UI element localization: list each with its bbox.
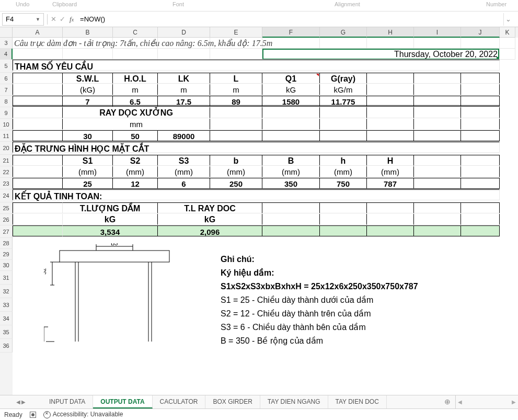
row-header-6[interactable]: 6 (0, 73, 13, 84)
row-header-25[interactable]: 25 (0, 202, 13, 214)
col-header-F[interactable]: F (262, 27, 320, 38)
select-all-corner[interactable] (0, 27, 13, 38)
fx-icon[interactable]: fx (70, 15, 74, 24)
cancel-formula-icon[interactable]: ✕ (51, 15, 56, 23)
row-header-29[interactable]: 29 (0, 249, 13, 260)
col-header-E[interactable]: E (210, 27, 262, 38)
col-header-G[interactable]: G (320, 27, 367, 38)
row-header-35[interactable]: 35 (0, 325, 13, 339)
formula-input[interactable] (78, 13, 503, 26)
row-header-31[interactable]: 31 (0, 271, 13, 285)
ribbon-group-labels: Undo Clipboard Font Alignment Number (0, 0, 518, 12)
row-header-9[interactable]: 9 (0, 107, 13, 119)
row-header-30[interactable]: 30 (0, 260, 13, 271)
name-box-value: F4 (6, 15, 14, 23)
sheet-tab[interactable]: BOX GIRDER (205, 395, 260, 408)
row-header-3[interactable]: 3 (0, 38, 13, 49)
result-ray-weight: 2,096 (158, 225, 262, 236)
row-header-11[interactable]: 11 (0, 130, 13, 142)
expand-formula-icon[interactable]: ⌄ (503, 13, 513, 26)
chevron-down-icon: ▼ (36, 17, 40, 22)
row-header-21[interactable]: 21 (0, 155, 13, 166)
row-header-4[interactable]: 4 (0, 49, 13, 60)
col-header-I[interactable]: I (414, 27, 461, 38)
row-header-7[interactable]: 7 (0, 84, 13, 96)
col-header-C[interactable]: C (113, 27, 158, 38)
cross-section-diagram: B3 S2 H (44, 243, 180, 343)
accept-formula-icon[interactable]: ✓ (60, 15, 65, 23)
result-beam-weight: 3,534 (63, 225, 158, 236)
row-header-10[interactable]: 10 (0, 119, 13, 130)
row-header-22[interactable]: 22 (0, 166, 13, 178)
sheet-tab-strip: ◀ ▶ INPUT DATAOUTPUT DATACACULATORBOX GI… (0, 395, 518, 408)
add-sheet-button[interactable]: ⊕ (440, 395, 455, 408)
col-header-H[interactable]: H (367, 27, 414, 38)
svg-rect-0 (60, 251, 169, 262)
row-header-34[interactable]: 34 (0, 312, 13, 325)
sheet-tab[interactable]: TAY DIEN NGANG (260, 395, 328, 408)
sheet-tab[interactable]: OUTPUT DATA (93, 395, 152, 408)
sheet-tab[interactable]: INPUT DATA (42, 395, 93, 408)
row-header-23[interactable]: 23 (0, 178, 13, 189)
section3-title: KẾT QUẢ TINH TOAN: (13, 189, 500, 200)
row-headers[interactable]: 3456789101120212223242526272829303132333… (0, 38, 13, 395)
row-header-27[interactable]: 27 (0, 225, 13, 238)
col-header-A[interactable]: A (13, 27, 63, 38)
row-header-5[interactable]: 5 (0, 60, 13, 73)
row-header-8[interactable]: 8 (0, 96, 13, 107)
col-header-J[interactable]: J (461, 27, 500, 38)
worksheet-cells[interactable]: Câu trục dàm đơn - tải trọng: 7tấn, chiề… (13, 38, 518, 395)
horizontal-scrollbar[interactable]: ◀▶ (455, 395, 518, 408)
status-bar: Ready Accessibility: Unavailable (0, 408, 518, 420)
row-header-36[interactable]: 36 (0, 339, 13, 353)
status-ready: Ready (4, 411, 22, 418)
col-header-B[interactable]: B (63, 27, 113, 38)
accessibility-icon (43, 411, 51, 418)
sheet-tab[interactable]: CACULATOR (153, 395, 206, 408)
formula-bar-row: F4 ▼ ✕ ✓ fx ⌄ (0, 12, 518, 27)
row-header-20[interactable]: 20 (0, 142, 13, 155)
sheet-tab[interactable]: TAY DIEN DOC (328, 395, 387, 408)
row-header-33[interactable]: 33 (0, 298, 13, 312)
svg-text:S2: S2 (44, 268, 47, 275)
current-date-cell: Thursday, October 20, 2022 (262, 49, 500, 60)
col-header-D[interactable]: D (158, 27, 210, 38)
name-box[interactable]: F4 ▼ (2, 13, 44, 26)
row-header-28[interactable]: 28 (0, 238, 13, 249)
column-headers[interactable]: ABCDEFGHIJK (13, 27, 518, 38)
row-header-26[interactable]: 26 (0, 214, 13, 225)
section2-title: ĐẶC TRƯNG HÌNH HỌC MẶT CẮT (13, 142, 500, 153)
col-header-K[interactable]: K (500, 27, 515, 38)
sub-section-ray: RAY DỌC XƯỞNG (63, 107, 210, 118)
row-header-24[interactable]: 24 (0, 189, 13, 202)
row-header-32[interactable]: 32 (0, 285, 13, 298)
section1-title: THAM SỐ YÊU CẦU (13, 60, 500, 71)
tab-nav-arrows[interactable]: ◀ ▶ (0, 395, 42, 408)
accessibility-status[interactable]: Accessibility: Unavailable (43, 411, 123, 418)
notes-block: Ghi chú: Ký hiệu dầm: S1xS2xS3xbxBxhxH =… (221, 253, 418, 327)
macro-record-icon[interactable] (30, 412, 36, 418)
svg-text:B3: B3 (111, 243, 118, 246)
